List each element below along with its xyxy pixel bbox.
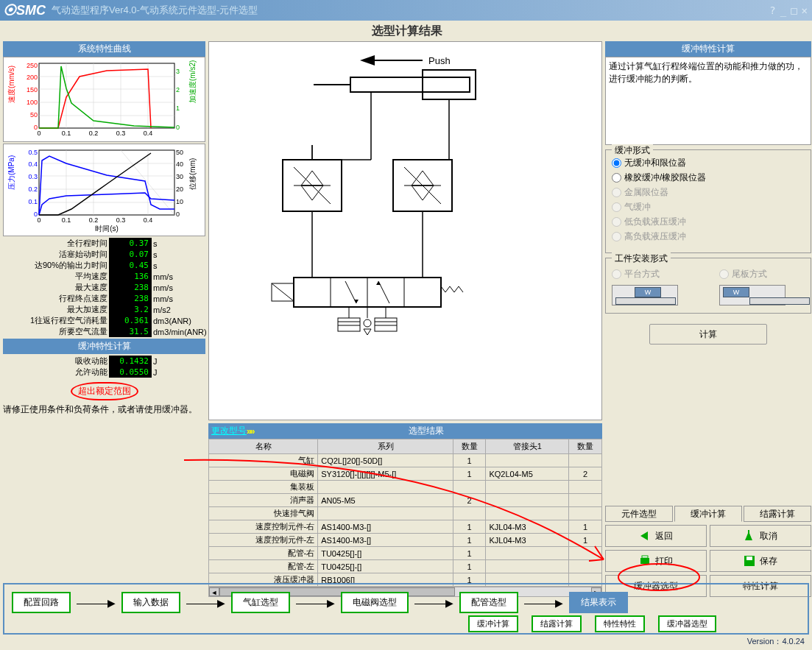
svg-text:0.3: 0.3 [28,173,38,180]
metric-unit: mm/s [152,283,203,292]
install-form-group: 工件安装形式 平台方式 W 尾板方式 W [605,258,811,314]
metric-unit: s [152,239,203,248]
svg-rect-94 [338,318,360,331]
tab-0[interactable]: 元件选型 [605,506,673,522]
svg-text:0.4: 0.4 [144,130,153,137]
metric-label: 吸收动能 [3,356,109,367]
metric-label: 平均速度 [3,271,109,282]
svg-text:0.1: 0.1 [28,198,38,205]
result-table: 名称系列数量管接头1数量 气缸CQ2L[]20[]-50D[]1电磁阀SY312… [208,439,602,587]
table-row[interactable]: 配管-右TU0425[]-[]1 [209,547,602,560]
close-icon[interactable]: ✕ [800,4,809,16]
workflow-step[interactable]: 结果表示 [569,592,628,613]
svg-marker-101 [364,329,371,335]
maximize-icon[interactable]: □ [789,4,798,16]
metric-label: 全行程时间 [3,238,109,249]
action-保存[interactable]: 保存 [710,550,811,572]
svg-text:200: 200 [27,74,38,81]
workflow-substep[interactable]: 缓冲器选型 [658,615,716,632]
workflow-step[interactable]: 电磁阀选型 [341,592,409,613]
calculate-button[interactable]: 计算 [649,324,767,345]
metric-value: 136 [109,271,152,282]
cushion-option: 金属限位器 [612,186,805,199]
cushion-option[interactable]: 橡胶缓冲/橡胶限位器 [612,172,805,184]
back-icon [639,530,651,542]
svg-text:0: 0 [37,216,40,224]
metric-value: 238 [109,293,152,304]
metric-unit: J [152,357,203,366]
metric-unit: J [152,368,203,377]
metric-label: 最大速度 [3,282,109,293]
cushion-panel-header: 缓冲特性计算 [3,339,205,354]
table-row[interactable]: 配管-左TU0425[]-[]1 [209,560,602,573]
action-打印[interactable]: 打印 [605,550,707,572]
workflow-substep[interactable]: 缓冲计算 [468,615,518,632]
svg-text:40: 40 [176,160,183,168]
info-panel-header: 缓冲特性计算 [605,41,811,57]
workflow-step[interactable]: 配管选型 [459,592,518,613]
logo: ⦿SMC [3,3,46,18]
metric-unit: mm/s [152,272,203,281]
result-table-title: 选型结果 [409,425,444,437]
table-row[interactable]: 速度控制元件-右AS1400-M3-[]1KJL04-M31 [209,520,602,534]
svg-rect-58 [350,77,470,92]
svg-text:0.2: 0.2 [89,216,99,224]
workflow-substep[interactable]: 特性特性 [595,615,645,632]
tab-1[interactable]: 缓冲计算 [674,506,742,522]
svg-text:150: 150 [27,86,38,93]
metric-label: 所要空气流量 [3,326,109,337]
svg-rect-106 [642,556,648,558]
workflow-substep[interactable]: 结露计算 [532,615,582,632]
workflow-step[interactable]: 气缸选型 [231,592,290,613]
action-返回[interactable]: 返回 [605,525,707,547]
tab-2[interactable]: 结露计算 [744,506,811,522]
svg-text:0.3: 0.3 [116,216,126,224]
svg-text:250: 250 [27,62,38,69]
pneumatic-diagram: Push [208,41,602,420]
metric-value: 0.1432 [109,356,152,367]
install-form-title: 工件安装形式 [612,252,671,265]
table-row[interactable]: 气缸CQ2L[]20[]-50D[]1 [209,454,602,467]
metric-label: 最大加速度 [3,304,109,315]
arrow-icon: ———▶ [296,597,335,609]
svg-text:50: 50 [176,149,183,156]
metric-value: 0.45 [109,260,152,271]
svg-text:压力(MPa): 压力(MPa) [7,155,15,190]
svg-text:1: 1 [176,105,180,112]
metric-unit: m/s2 [152,305,203,314]
svg-text:0.1: 0.1 [62,216,71,224]
table-row[interactable]: 集装板 [209,481,602,494]
save-icon [744,555,755,567]
svg-text:2: 2 [176,86,180,93]
table-col-header: 名称 [209,439,318,454]
svg-text:0.4: 0.4 [144,216,153,224]
print-icon [639,555,651,567]
cushion-option[interactable]: 无缓冲和限位器 [612,157,805,169]
metric-label: 1往返行程空气消耗量 [3,315,109,326]
change-model-link[interactable]: 更改型号 [211,425,247,437]
svg-text:位移(mm): 位移(mm) [188,158,197,190]
svg-marker-88 [376,281,381,285]
metric-value: 3.2 [109,304,152,315]
svg-text:30: 30 [176,173,183,180]
help-icon[interactable]: ? [768,4,777,16]
info-text: 通过计算气缸行程终端位置的动能和推力做的功，进行缓冲能力的判断。 [605,57,811,145]
svg-text:0.3: 0.3 [116,130,126,137]
cushion-form-group: 缓冲形式 无缓冲和限位器橡胶缓冲/橡胶限位器金属限位器气缓冲低负载液压缓冲高负载… [605,149,811,253]
svg-text:100: 100 [27,99,38,106]
chart-bottom: 0.50.40.3 0.20.10 504030 20100 00.10.2 0… [3,144,205,236]
table-row[interactable]: 消声器AN05-M52 [209,494,602,507]
table-row[interactable]: 电磁阀SY3120[]-[][][][]-M5-[]1KQ2L04-M52 [209,467,602,481]
workflow-bar: 配置回路———▶输入数据———▶气缸选型———▶电磁阀选型———▶配管选型———… [3,583,809,635]
metric-value: 0.37 [109,238,152,249]
svg-text:0.2: 0.2 [28,186,38,193]
svg-text:0: 0 [37,130,40,137]
table-row[interactable]: 速度控制元件-左AS1400-M3-[]1KJL04-M31 [209,534,602,547]
minimize-icon[interactable]: _ [779,4,788,16]
action-取消[interactable]: 取消 [710,525,811,547]
svg-text:20: 20 [176,186,183,193]
workflow-step[interactable]: 配置回路 [12,592,71,613]
table-row[interactable]: 快速排气阀 [209,507,602,520]
metric-value: 0.07 [109,249,152,260]
workflow-step[interactable]: 输入数据 [121,592,180,613]
